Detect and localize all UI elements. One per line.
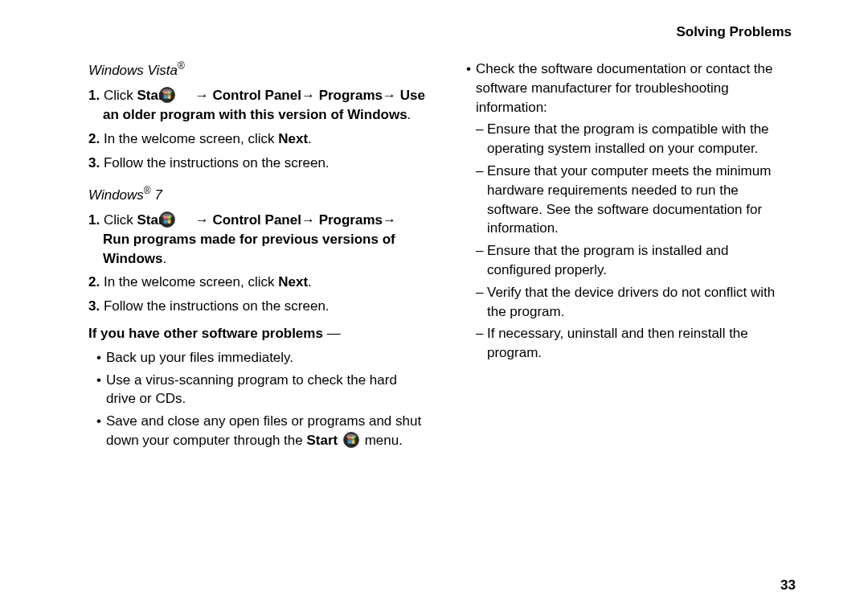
- dash-text: Ensure that the program is compatible wi…: [487, 120, 796, 158]
- page-header: Solving Problems: [88, 24, 796, 40]
- dash-text: If necessary, uninstall and then reinsta…: [487, 324, 796, 363]
- registered-mark: ®: [144, 185, 151, 196]
- period: .: [407, 107, 411, 122]
- bullet-dot: •: [466, 60, 476, 117]
- bullet-item: • Use a virus-scanning program to check …: [88, 371, 426, 409]
- bullet-item: • Save and close any open files or progr…: [88, 412, 426, 450]
- other-problems-lead: If you have other software problems —: [88, 324, 426, 343]
- step-text: Follow the instructions on the screen.: [104, 155, 330, 170]
- bullet-text: Check the software documentation or cont…: [476, 60, 796, 117]
- start-orb-icon: [174, 211, 190, 228]
- period: .: [308, 274, 312, 290]
- step-text: In the welcome screen, click: [104, 274, 278, 290]
- dash-item: – Ensure that your computer meets the mi…: [458, 162, 796, 238]
- start-orb-icon: [343, 432, 359, 448]
- step-number: 1.: [88, 88, 100, 103]
- dash-item: – If necessary, uninstall and then reins…: [458, 324, 796, 363]
- step-number: 3.: [88, 155, 100, 170]
- dash-mark: –: [476, 241, 487, 280]
- step-number: 3.: [88, 298, 100, 314]
- win7-heading-b: 7: [151, 187, 162, 202]
- step-number: 2.: [88, 131, 100, 146]
- step-text: Click: [104, 212, 137, 228]
- step-number: 1.: [88, 212, 100, 228]
- bullet-text-c: menu.: [361, 433, 403, 448]
- dash-mark: –: [476, 162, 487, 238]
- dash-text: Verify that the device drivers do not co…: [487, 283, 796, 322]
- win7-step-2: 2. In the welcome screen, click Next.: [88, 273, 426, 292]
- other-lead-text: If you have other software problems: [88, 326, 323, 341]
- bullet-dot: •: [96, 371, 106, 409]
- bullet-text: Back up your files immediately.: [106, 348, 426, 368]
- win7-step-1: 1. Click Start → Control Panel→ Programs…: [88, 211, 426, 268]
- dash-item: – Ensure that the program is installed a…: [458, 241, 796, 280]
- bullet-text: Save and close any open files or program…: [106, 412, 426, 450]
- bullet-dot: •: [96, 412, 106, 450]
- vista-heading: Windows Vista®: [88, 60, 426, 80]
- page-number: 33: [780, 577, 796, 593]
- dash-item: – Ensure that the program is compatible …: [458, 120, 796, 158]
- win7-heading: Windows® 7: [88, 184, 426, 204]
- registered-mark: ®: [178, 60, 185, 72]
- right-column: • Check the software documentation or co…: [458, 60, 796, 454]
- content-columns: Windows Vista® 1. Click Start → Control …: [88, 60, 796, 454]
- dash-mark: –: [476, 283, 487, 322]
- left-column: Windows Vista® 1. Click Start → Control …: [88, 60, 426, 454]
- dash-item: – Verify that the device drivers do not …: [458, 283, 796, 322]
- dash-mark: –: [476, 120, 487, 158]
- bullet-item: • Back up your files immediately.: [88, 348, 426, 368]
- bullet-item: • Check the software documentation or co…: [458, 60, 796, 117]
- dash-text: Ensure that the program is installed and…: [487, 241, 796, 280]
- step-text: Click: [104, 88, 137, 103]
- win7-heading-a: Windows: [88, 187, 144, 202]
- other-dash: —: [323, 326, 341, 341]
- step-number: 2.: [88, 274, 100, 290]
- dash-mark: –: [476, 324, 487, 363]
- step-text: In the welcome screen, click: [104, 131, 278, 146]
- vista-step-1: 1. Click Start → Control Panel→ Programs…: [88, 86, 426, 125]
- next-bold: Next: [278, 274, 308, 290]
- period: .: [308, 131, 312, 146]
- vista-heading-text: Windows Vista: [88, 63, 178, 78]
- start-orb-icon: [174, 87, 190, 103]
- step-text: Follow the instructions on the screen.: [104, 298, 330, 314]
- bullet-dot: •: [96, 348, 106, 368]
- period: .: [162, 251, 166, 266]
- vista-step-2: 2. In the welcome screen, click Next.: [88, 129, 426, 149]
- next-bold: Next: [278, 131, 308, 146]
- win7-step-3: 3. Follow the instructions on the screen…: [88, 297, 426, 316]
- bullet-text: Use a virus-scanning program to check th…: [106, 371, 426, 409]
- start-bold: Start: [306, 433, 338, 448]
- vista-step-3: 3. Follow the instructions on the screen…: [88, 154, 426, 173]
- dash-text: Ensure that your computer meets the mini…: [487, 162, 796, 238]
